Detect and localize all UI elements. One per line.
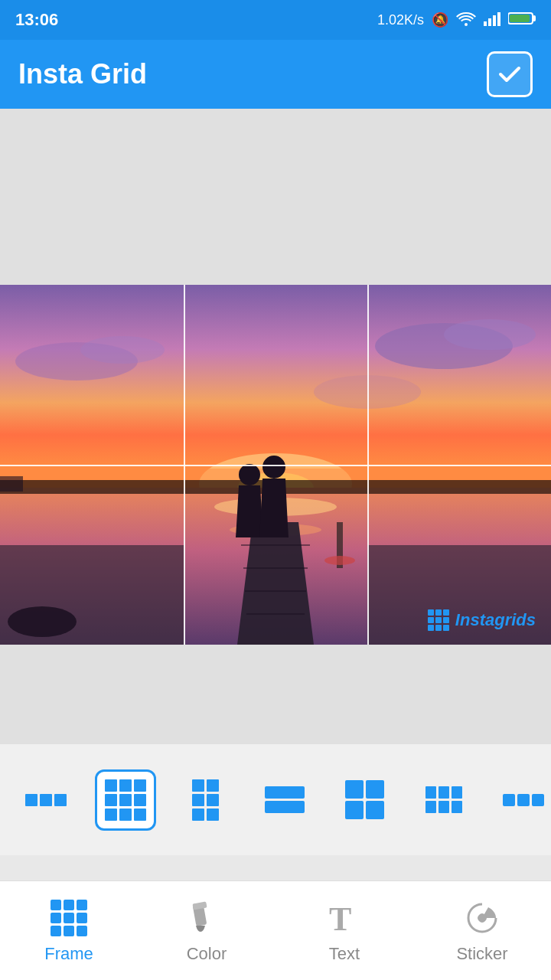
svg-rect-1 [484,21,487,26]
nav-frame[interactable]: Frame [0,881,138,980]
svg-rect-35 [192,901,207,910]
mute-icon: 🔕 [432,11,448,28]
color-label: Color [187,944,227,964]
svg-point-10 [444,319,536,350]
gray-space-top [0,109,551,285]
status-icons: 1.02K/s 🔕 [377,11,536,30]
status-time: 13:06 [15,10,58,30]
wifi-icon [456,11,476,30]
confirm-button[interactable] [487,51,533,97]
watermark-grid-icon [428,609,449,631]
app-bar: Insta Grid [0,40,551,109]
bottom-nav: Frame Color T Text Stick [0,880,551,980]
svg-rect-3 [493,15,496,26]
svg-rect-4 [497,12,500,26]
watermark: Instagrids [428,609,536,631]
photo-canvas[interactable]: Instagrids [0,285,551,645]
app-title: Insta Grid [18,58,147,90]
svg-rect-6 [533,15,536,21]
nav-color[interactable]: Color [138,881,276,980]
svg-point-12 [80,336,165,364]
brush-icon [187,898,227,938]
text-icon: T [324,898,364,938]
text-label: Text [329,944,360,964]
grid-option-3x2[interactable] [413,769,474,831]
sticker-label: Sticker [456,944,507,964]
nav-sticker[interactable]: Sticker [413,881,551,980]
gray-space-bottom [0,645,551,744]
signal-icon [484,11,500,30]
svg-rect-7 [510,15,530,22]
nav-text[interactable]: T Text [276,881,413,980]
svg-point-32 [8,606,77,637]
grid-option-1x2wide[interactable] [254,769,315,831]
svg-point-26 [239,464,260,485]
grid-option-1x3[interactable] [15,769,77,831]
sticker-icon [462,898,502,938]
svg-text:T: T [329,900,351,936]
grid-option-wide-row[interactable] [493,769,551,831]
grid-option-3x3[interactable] [95,769,156,831]
battery-icon [508,11,536,29]
svg-rect-2 [488,18,491,26]
svg-point-29 [324,556,355,565]
svg-point-0 [465,23,468,26]
grid-line-horizontal-1 [0,465,551,466]
watermark-text: Instagrids [455,610,536,630]
network-speed: 1.02K/s [377,12,424,28]
svg-point-27 [262,456,285,479]
svg-rect-33 [0,476,23,492]
grid-option-2x2top[interactable] [334,769,395,831]
grid-options-bar: Review [0,744,551,855]
status-bar: 13:06 1.02K/s 🔕 [0,0,551,40]
frame-icon [49,898,89,938]
grid-option-2x3[interactable] [174,769,236,831]
frame-label: Frame [44,944,93,964]
